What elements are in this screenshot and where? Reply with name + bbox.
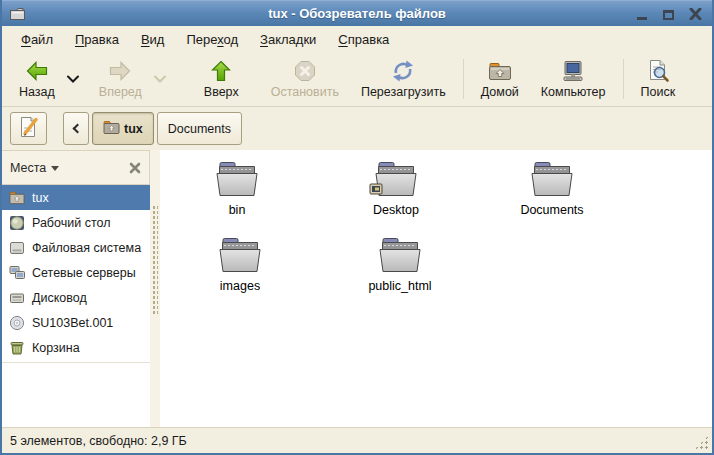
- crumb-label: tux: [124, 122, 143, 136]
- sidebar-item-label: Дисковод: [32, 291, 87, 305]
- menu-go[interactable]: Переход: [175, 28, 249, 51]
- content-area: Места tux Рабочий ст: [2, 150, 712, 427]
- forward-history-dropdown[interactable]: [149, 59, 171, 99]
- computer-button[interactable]: Компьютер: [534, 56, 613, 101]
- up-button[interactable]: Вверх: [197, 56, 246, 101]
- maximize-icon[interactable]: [662, 8, 675, 20]
- window-title: tux - Обозреватель файлов: [2, 6, 712, 21]
- places-list: tux Рабочий стол Файловая система: [2, 185, 150, 427]
- computer-icon: [560, 58, 586, 84]
- home-folder-small-icon: [9, 190, 25, 206]
- folder-label: public_html: [368, 279, 431, 293]
- folder-label: images: [220, 279, 260, 293]
- stop-icon: [293, 58, 317, 84]
- sidebar-item-label: Файловая система: [32, 241, 141, 255]
- folder-item-images[interactable]: images: [165, 236, 315, 293]
- menu-file[interactable]: Файл: [10, 28, 64, 51]
- filesystem-icon: [9, 240, 25, 256]
- home-folder-icon: [487, 58, 513, 84]
- menu-view[interactable]: Вид: [130, 28, 176, 51]
- network-servers-icon: [9, 265, 25, 281]
- search-label: Поиск: [641, 85, 676, 99]
- status-text: 5 элементов, свободно: 2,9 ГБ: [10, 434, 187, 448]
- sidebar-close-button[interactable]: [129, 162, 141, 174]
- sidebar-item-cd[interactable]: SU103Bet.001: [2, 310, 150, 335]
- floppy-drive-icon: [9, 290, 25, 306]
- sidebar-item-label: Корзина: [32, 341, 80, 355]
- folder-label: Desktop: [373, 203, 419, 217]
- desktop-icon: [9, 215, 25, 231]
- sidebar-item-tux[interactable]: tux: [2, 185, 150, 210]
- minimize-icon[interactable]: [635, 8, 648, 20]
- folder-item-documents[interactable]: Documents: [477, 160, 627, 217]
- menubar: Файл Правка Вид Переход Закладки Справка: [2, 26, 712, 53]
- menu-bookmarks[interactable]: Закладки: [249, 28, 327, 51]
- forward-arrow-icon: [108, 58, 132, 84]
- folder-item-desktop[interactable]: Desktop: [321, 160, 471, 217]
- stop-label: Остановить: [271, 85, 339, 99]
- up-arrow-icon: [209, 58, 233, 84]
- sidebar-item-label: SU103Bet.001: [32, 316, 113, 330]
- folder-label: bin: [229, 203, 246, 217]
- pathbar: tux Documents: [2, 107, 712, 150]
- sidebar-item-filesystem[interactable]: Файловая система: [2, 235, 150, 260]
- chevron-left-icon: [72, 124, 82, 134]
- titlebar[interactable]: tux - Обозреватель файлов: [2, 0, 712, 26]
- sidebar-item-desktop[interactable]: Рабочий стол: [2, 210, 150, 235]
- sidebar-header: Места: [2, 150, 150, 185]
- folder-icon: [213, 160, 261, 200]
- search-button[interactable]: Поиск: [634, 56, 683, 101]
- file-view[interactable]: bin Desktop Documents: [160, 150, 712, 427]
- up-label: Вверх: [204, 85, 239, 99]
- reload-label: Перезагрузить: [361, 85, 446, 99]
- menu-help[interactable]: Справка: [327, 28, 400, 51]
- sidebar-title: Места: [10, 161, 46, 175]
- menu-edit[interactable]: Правка: [64, 28, 130, 51]
- forward-label: Вперед: [99, 85, 142, 99]
- refresh-icon: [391, 58, 415, 84]
- splitter-grip-icon: [152, 205, 158, 315]
- back-button[interactable]: Назад: [12, 56, 62, 101]
- sidebar-item-network-servers[interactable]: Сетевые серверы: [2, 260, 150, 285]
- caret-down-icon: [51, 166, 59, 171]
- places-sidebar: Места tux Рабочий ст: [2, 150, 150, 427]
- back-history-dropdown[interactable]: [62, 59, 84, 99]
- toolbar-separator: [463, 59, 464, 99]
- file-browser-window: tux - Обозреватель файлов Файл Правка Ви…: [0, 0, 714, 455]
- reload-button[interactable]: Перезагрузить: [354, 56, 453, 101]
- home-button[interactable]: Домой: [474, 56, 526, 101]
- edit-location-icon: [18, 115, 40, 142]
- folder-item-public-html[interactable]: public_html: [325, 236, 475, 293]
- resize-grip[interactable]: [694, 435, 709, 450]
- home-label: Домой: [481, 85, 519, 99]
- crumbs-scroll-left-button[interactable]: [63, 112, 89, 145]
- crumb-documents[interactable]: Documents: [157, 112, 242, 145]
- stop-button[interactable]: Остановить: [264, 56, 346, 101]
- sidebar-item-trash[interactable]: Корзина: [2, 335, 150, 360]
- desktop-emblem-icon: [369, 183, 383, 198]
- toolbar-separator: [623, 59, 624, 99]
- forward-button[interactable]: Вперед: [92, 56, 149, 101]
- trash-icon: [9, 340, 25, 356]
- statusbar: 5 элементов, свободно: 2,9 ГБ: [2, 427, 712, 453]
- folder-item-bin[interactable]: bin: [162, 160, 312, 217]
- close-icon[interactable]: [689, 8, 702, 20]
- back-arrow-icon: [25, 58, 49, 84]
- back-label: Назад: [19, 85, 55, 99]
- home-folder-small-icon: [103, 120, 120, 138]
- folder-label: Documents: [520, 203, 583, 217]
- folder-icon: [376, 236, 424, 276]
- folder-icon: [216, 236, 264, 276]
- edit-location-button[interactable]: [10, 112, 47, 145]
- cd-disc-icon: [9, 315, 25, 331]
- sidebar-item-floppy[interactable]: Дисковод: [2, 285, 150, 310]
- sidebar-mode-selector[interactable]: Места: [10, 161, 59, 175]
- toolbar: Назад Вперед Вверх Остановить: [2, 53, 712, 107]
- sidebar-item-label: Сетевые серверы: [32, 266, 136, 280]
- window-controls: [635, 8, 702, 20]
- computer-label: Компьютер: [541, 85, 606, 99]
- sidebar-item-label: tux: [32, 191, 49, 205]
- pane-splitter[interactable]: [150, 150, 160, 427]
- sidebar-separator: [2, 362, 150, 363]
- crumb-tux[interactable]: tux: [92, 112, 154, 145]
